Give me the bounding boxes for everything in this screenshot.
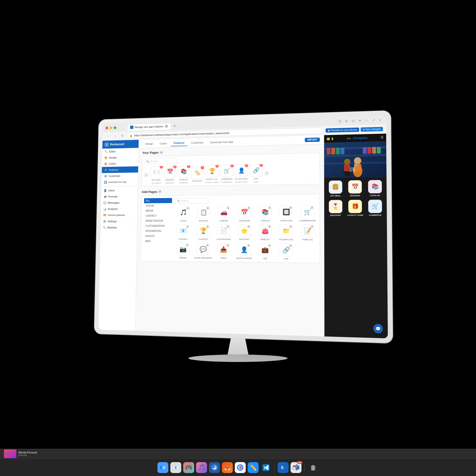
add-page-commercepro[interactable]: 🛒 ℹ COMMERCEPRO [298, 205, 317, 222]
phone-app-discount[interactable]: 🎖️ DISCOUNT [327, 200, 344, 216]
discount-close[interactable]: ✕ [201, 166, 204, 169]
page-item-booking[interactable]: 📅 ✕ BOOKING (BOOKING) [164, 166, 176, 184]
audio-info[interactable]: ℹ [186, 207, 189, 210]
reload-btn[interactable]: ↻ [120, 133, 125, 139]
sidebar-item-customize[interactable]: ⚙️ Customize [102, 173, 138, 179]
add-page-contact[interactable]: 📧 ℹ CONTACT [174, 224, 192, 240]
page-item-commerce[interactable]: 🛒 ✕ COMMERCE (COMMERCE) [221, 165, 233, 183]
add-page-inappmessages[interactable]: 💬 ℹ IN-APP MESSAGES [194, 243, 212, 259]
loyalty-close[interactable]: ✕ [215, 164, 219, 168]
setmeal-close[interactable]: ✕ [160, 165, 163, 169]
tab-features[interactable]: Features [171, 140, 187, 146]
nav-icon-1[interactable]: ⊡ [337, 119, 342, 124]
page-item-link[interactable]: 🔗 ✕ LINK (LINK) [250, 164, 262, 183]
tab-close-btn[interactable]: ✕ [165, 125, 168, 128]
add-page-contest[interactable]: 🏆 ℹ CONTEST [194, 224, 212, 240]
phone-app-setmeal[interactable]: 🍔 SET MEAL [327, 180, 344, 197]
inbox-info[interactable]: ℹ [226, 244, 229, 247]
sidebar-item-design[interactable]: 🎨 Design [102, 154, 138, 161]
dock-mail[interactable]: 📧 [170, 462, 181, 473]
tab-download[interactable]: Download Your App [207, 139, 236, 145]
sidebar-item-payment[interactable]: 💳 Payment gateways [101, 212, 137, 218]
add-page-calendar[interactable]: 📅 ℹ CALENDAR [235, 206, 254, 222]
active-browser-tab[interactable]: ✓ Manage your app's features ✕ [127, 123, 171, 131]
add-link-info[interactable]: ℹ [289, 244, 292, 247]
category-social[interactable]: SOCIAL [144, 203, 172, 208]
fullscreen-traffic-light[interactable] [114, 126, 116, 129]
your-pages-info-icon[interactable]: ℹ [160, 151, 163, 154]
add-pages-search[interactable]: 🔍 Search... [175, 198, 208, 204]
add-booking-info[interactable]: ℹ [206, 207, 209, 209]
category-events[interactable]: EVENTS [143, 234, 172, 239]
phone-app-loyalty[interactable]: 🎁 LOYALTY CARD [347, 200, 364, 216]
carousel-left-arrow[interactable]: ‹ [144, 173, 149, 178]
add-page-images[interactable]: 📷 ℹ IMAGES [174, 243, 192, 259]
sidebar-item-download[interactable]: ⬇️ Download Your App [102, 179, 138, 185]
sidebar-item-editor[interactable]: ✏️ Editor [102, 148, 138, 155]
phone-app-commerce[interactable]: 🛒 COMMERCE [367, 200, 384, 216]
category-monetization[interactable]: MONETIZATION [144, 218, 172, 223]
page-item-discount[interactable]: 🏷️ ✕ DISCOUNT [191, 167, 204, 182]
add-page-codescan[interactable]: 🔲 ℹ CODE SCAN [277, 206, 296, 222]
tab-colors[interactable]: Colors [157, 140, 170, 146]
dock-finder[interactable] [157, 462, 168, 473]
booking-close[interactable]: ✕ [173, 165, 177, 168]
add-page-form[interactable]: 📝 ℹ FORM (V2) [298, 224, 317, 241]
page-item-catalog[interactable]: 📚 ✕ CATALOG (CATALOG) [178, 165, 190, 183]
see-changes-btn[interactable]: ⊕ See changes [361, 127, 383, 132]
dock-app-blue[interactable]: S [278, 462, 289, 473]
page-item-myaccount[interactable]: 👤 ✕ MY ACCOUNT (MY ACCOUNT) [235, 164, 248, 183]
dock-chrome[interactable] [235, 462, 246, 473]
sidebar-item-messages[interactable]: 💬 Messages [101, 200, 138, 206]
invite-info[interactable]: ℹ [247, 244, 250, 247]
contest-info[interactable]: ℹ [206, 225, 209, 228]
add-page-ewallet[interactable]: 👛 ℹ EWALLET [256, 224, 274, 241]
page-item-loyalty[interactable]: 🏆 ✕ LOYALTY CA... (LOYALTY CARD) [205, 165, 219, 183]
sidebar-item-promote[interactable]: 📣 Promote [101, 193, 138, 200]
folders-info[interactable]: ℹ [289, 225, 292, 228]
ewallet-info[interactable]: ℹ [268, 225, 271, 228]
add-page-link[interactable]: 🔗 ℹ LINK [277, 243, 296, 260]
add-discount-info[interactable]: ℹ [247, 225, 250, 228]
add-page-invite[interactable]: 👤 ℹ INVITE A FRIEND [235, 243, 253, 260]
carousel-right-arrow[interactable]: › [264, 171, 269, 176]
form-info[interactable]: ℹ [310, 225, 313, 228]
dock-firefox[interactable]: 🦊 [222, 462, 233, 473]
category-misc[interactable]: MISC [143, 238, 172, 244]
dock-edge[interactable] [209, 462, 220, 473]
sidebar-item-users[interactable]: 👤 Users › [101, 187, 138, 193]
myaccount-close[interactable]: ✕ [245, 164, 248, 167]
link-close[interactable]: ✕ [260, 163, 263, 167]
calendar-info[interactable]: ℹ [247, 207, 250, 209]
add-page-discount[interactable]: ⭐ ℹ DISCOUNT [235, 224, 254, 241]
dock-music[interactable]: 🎵 [196, 462, 207, 473]
tab-customize[interactable]: Customize [188, 139, 206, 146]
category-customization[interactable]: CUSTOMIZATION [144, 223, 172, 229]
dock-thunderbird[interactable]: 📬 99+ [291, 462, 301, 473]
preview-phone-btn[interactable]: ◉ Preview on your phone [326, 127, 359, 133]
add-page-custompage[interactable]: 📄 ℹ CUSTOM PAGE [215, 224, 233, 241]
new-tab-button[interactable]: + [172, 123, 177, 129]
category-contact[interactable]: CONTACT [144, 213, 172, 218]
back-btn[interactable]: ‹ [105, 133, 111, 139]
sidebar-item-settings[interactable]: ⚙️ Settings › [101, 218, 137, 224]
add-page-folders[interactable]: 📁 ℹ FOLDERS (V2) [277, 224, 296, 241]
add-page-audio[interactable]: 🎵 ℹ AUDIO [175, 206, 192, 222]
import-button[interactable]: IMPORT [305, 138, 320, 142]
nav-icon-5[interactable]: ☆ [364, 118, 369, 123]
commercepro-info[interactable]: ℹ [310, 206, 313, 209]
sidebar-item-colors[interactable]: 🎨 Colors [102, 160, 138, 167]
page-item-setmeal[interactable]: 🍽️ ✕ SET MEAL (SET MENU) [150, 166, 162, 184]
dock-launchpad[interactable]: 🎮 [183, 462, 194, 473]
pages-search-input[interactable]: 🔍 Search... [144, 158, 177, 164]
add-page-cabride[interactable]: 🚗 ℹ CABRIDE [215, 206, 233, 222]
inappmessages-info[interactable]: ℹ [206, 244, 209, 247]
dock-draw[interactable]: ✏️ [248, 462, 259, 473]
catalog-close[interactable]: ✕ [187, 165, 190, 168]
sidebar-item-features[interactable]: ⚡ Features [102, 166, 138, 173]
forward-btn[interactable]: › [113, 133, 118, 139]
phone-chat-bubble[interactable]: 💬 [373, 324, 383, 333]
sidebar-item-analytics[interactable]: 📊 Analytics [101, 206, 137, 212]
dock-trash[interactable] [308, 462, 319, 473]
job-info[interactable]: ℹ [268, 244, 271, 247]
